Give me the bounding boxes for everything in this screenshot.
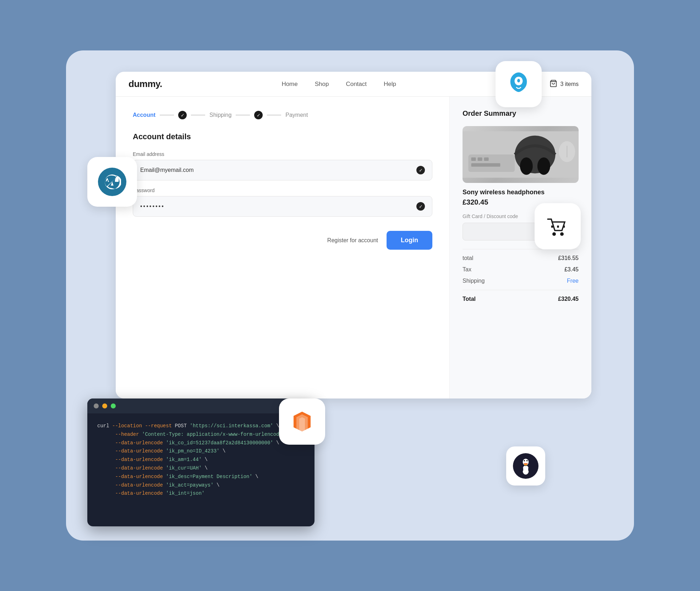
step-line-4	[267, 115, 281, 115]
terminal-dot-minimize	[102, 403, 107, 408]
discount-input[interactable]	[463, 223, 542, 240]
svg-rect-4	[478, 157, 482, 161]
section-title: Account details	[133, 132, 432, 141]
svg-marker-14	[299, 417, 305, 432]
shopping-cart-icon: ⋯	[546, 215, 569, 238]
svg-point-8	[520, 157, 533, 175]
register-link[interactable]: Register for account	[327, 237, 378, 244]
subtotal-value: £316.55	[558, 255, 579, 261]
nav-help[interactable]: Help	[384, 81, 396, 87]
terminal-line-2: --header 'Content-Type: application/x-ww…	[97, 430, 305, 439]
nav-shop[interactable]: Shop	[315, 81, 329, 87]
cart-bag-icon	[549, 80, 557, 89]
total-row: Total £320.45	[463, 296, 579, 302]
subtotal-label: total	[463, 255, 473, 261]
email-label: Email address	[133, 151, 432, 157]
svg-point-16	[552, 232, 556, 236]
terminal-dot-close	[94, 403, 99, 408]
subtotal-row: total £316.55	[463, 255, 579, 261]
outer-card: dummy. Home Shop Contact Help Account ▾	[66, 50, 634, 541]
total-label: Total	[463, 296, 476, 302]
magento-icon-card	[279, 398, 325, 445]
step-shipping: Shipping	[209, 112, 231, 118]
password-check-icon: ✓	[416, 202, 425, 211]
cart-icon-card: ⋯	[535, 203, 581, 249]
svg-point-25	[526, 460, 528, 461]
terminal-line-4: --data-urlencode 'ik_pm_no=ID_4233' \	[97, 447, 305, 456]
step-line-1	[160, 115, 174, 115]
step-payment: Payment	[285, 112, 308, 118]
wordpress-icon-card	[87, 157, 137, 207]
email-check-icon: ✓	[416, 166, 425, 174]
tax-row: Tax £3.45	[463, 266, 579, 273]
password-field-wrapper: ✓	[133, 196, 432, 217]
product-image	[463, 126, 579, 183]
step-line-3	[236, 115, 250, 115]
drupal-icon-card	[496, 61, 542, 107]
terminal-line-9: --data-urlencode 'ik_int=json'	[97, 489, 305, 498]
nav-home[interactable]: Home	[281, 81, 297, 87]
cart-button[interactable]: 3 items	[549, 80, 579, 89]
terminal-dot-maximize	[111, 403, 116, 408]
password-input[interactable]	[140, 203, 416, 210]
magento-icon	[291, 410, 313, 433]
svg-point-17	[560, 232, 564, 236]
tax-label: Tax	[463, 266, 471, 273]
terminal-line-6: --data-urlencode 'ik_cur=UAH' \	[97, 464, 305, 473]
svg-rect-5	[484, 157, 488, 161]
total-value: £320.45	[558, 296, 579, 302]
svg-rect-6	[471, 163, 501, 167]
email-field-wrapper: ✓	[133, 160, 432, 180]
svg-point-19	[523, 465, 529, 475]
step-check-1: ✓	[178, 111, 187, 119]
product-name: Sony wireless headphones	[463, 189, 579, 196]
terminal-line-1: curl --location --request POST 'https://…	[97, 422, 305, 430]
form-actions: Register for account Login	[133, 231, 432, 250]
step-account: Account	[133, 112, 155, 118]
terminal-line-3: --data-urlencode 'ik_co_id=51237daa8f2a2…	[97, 439, 305, 448]
step-line-2	[191, 115, 205, 115]
step-check-2: ✓	[254, 111, 263, 119]
terminal-line-7: --data-urlencode 'ik_desc=Payment Descri…	[97, 473, 305, 481]
divider-2	[463, 290, 579, 290]
terminal-line-5: --data-urlencode 'ik_am=1.44' \	[97, 456, 305, 464]
svg-point-23	[524, 460, 525, 461]
terminal-line-8: --data-urlencode 'ik_act=payways' \	[97, 481, 305, 490]
wordpress-icon	[98, 168, 126, 196]
nav-bar: Home Shop Contact Help	[281, 81, 396, 88]
password-label: Password	[133, 188, 432, 193]
progress-steps: Account ✓ Shipping ✓ Payment	[133, 111, 432, 119]
nav-contact[interactable]: Contact	[346, 81, 367, 87]
email-input[interactable]	[140, 167, 416, 173]
site-logo: dummy.	[128, 78, 162, 90]
svg-rect-2	[468, 154, 515, 172]
checkout-panel: Account ✓ Shipping ✓ Payment Account det…	[116, 97, 449, 398]
login-button[interactable]: Login	[387, 231, 432, 250]
shipping-value: Free	[567, 278, 579, 284]
order-summary-title: Order Summary	[463, 109, 579, 118]
tax-value: £3.45	[564, 266, 579, 273]
shipping-row: Shipping Free	[463, 278, 579, 284]
puffin-icon-card	[506, 446, 545, 486]
shipping-label: Shipping	[463, 278, 485, 284]
browser-content: Account ✓ Shipping ✓ Payment Account det…	[116, 97, 591, 398]
svg-rect-3	[471, 157, 476, 161]
puffin-icon	[513, 453, 538, 479]
browser-window: dummy. Home Shop Contact Help Account ▾	[116, 72, 591, 398]
svg-point-9	[537, 157, 550, 175]
cart-count: 3 items	[560, 81, 579, 87]
